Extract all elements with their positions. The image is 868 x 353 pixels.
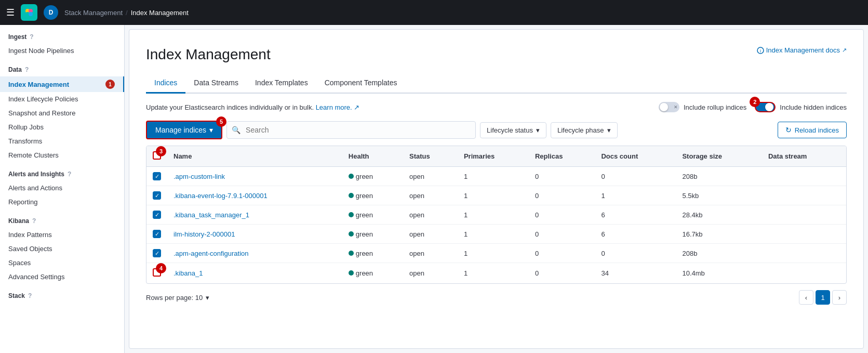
index-name-link[interactable]: .kibana-event-log-7.9.1-000001 [173, 192, 268, 200]
sidebar-item-spaces[interactable]: Spaces [0, 256, 124, 270]
page-nav: ‹ 1 › [799, 290, 847, 305]
ingest-help-icon[interactable]: ? [30, 33, 33, 41]
external-link-icon: ↗ [842, 47, 847, 54]
sidebar-section-alerts: Alerts and Insights ? Alerts and Actions… [0, 171, 124, 209]
th-name: Name [167, 146, 342, 167]
index-name-link[interactable]: .apm-custom-link [173, 173, 225, 180]
hamburger-icon[interactable]: ☰ [6, 7, 15, 18]
td-status: open [403, 186, 458, 205]
th-primaries: Primaries [458, 146, 529, 167]
td-replicas: 0 [529, 205, 595, 225]
sidebar-item-alerts-actions[interactable]: Alerts and Actions [0, 181, 124, 195]
row-checkbox[interactable] [153, 191, 161, 200]
td-data-stream [762, 167, 846, 186]
sidebar-section-data: Data ? Index Management 1 Index Lifecycl… [0, 66, 124, 162]
row-checkbox[interactable] [153, 249, 161, 257]
sidebar-section-kibana: Kibana ? Index Patterns Saved Objects Sp… [0, 217, 124, 284]
toggle-rollup-label: Include rollup indices [684, 103, 746, 111]
toggle-hidden-label: Include hidden indices [780, 103, 847, 111]
tab-indices[interactable]: Indices [146, 73, 185, 94]
indices-table-element: 3 Name Health Status Primaries Replicas … [146, 146, 846, 283]
row-checkbox[interactable] [153, 211, 161, 219]
tab-component-templates[interactable]: Component Templates [316, 73, 406, 94]
th-checkbox: 3 [146, 146, 167, 167]
sidebar-item-transforms[interactable]: Transforms [0, 134, 124, 148]
learn-more-link[interactable]: Learn more. ↗ [316, 103, 360, 111]
kibana-help-icon[interactable]: ? [32, 217, 36, 225]
search-input[interactable] [226, 121, 476, 139]
td-health: green [342, 263, 403, 284]
index-name-link[interactable]: .apm-agent-configuration [173, 250, 249, 257]
row-checkbox[interactable] [153, 172, 161, 180]
annotation-badge-3: 3 [156, 146, 166, 156]
docs-link[interactable]: i Index Management docs ↗ [757, 46, 847, 54]
breadcrumb-separator: / [126, 9, 128, 17]
td-storage-size: 16.7kb [676, 225, 762, 244]
search-box: 🔍 [226, 121, 476, 139]
health-dot [349, 212, 354, 217]
sidebar-item-remote-clusters[interactable]: Remote Clusters [0, 148, 124, 162]
td-name: .kibana-event-log-7.9.1-000001 [167, 186, 342, 205]
td-replicas: 0 [529, 244, 595, 263]
index-name-link[interactable]: .kibana_1 [173, 269, 203, 277]
tabs: Indices Data Streams Index Templates Com… [146, 73, 847, 94]
main-content: Index Management i Index Management docs… [129, 29, 864, 349]
manage-btn-wrap: 5 Manage indices ▾ [146, 121, 222, 139]
toggle-rollup-group: Include rollup indices [659, 102, 746, 112]
page-1-button[interactable]: 1 [816, 290, 830, 305]
th-health: Health [342, 146, 403, 167]
rows-per-page[interactable]: Rows per page: 10 ▾ [146, 294, 209, 302]
toolbar: 5 Manage indices ▾ 🔍 Lifecycle status ▾ … [146, 121, 847, 139]
alerts-help-icon[interactable]: ? [68, 171, 71, 178]
tab-data-streams[interactable]: Data Streams [185, 73, 247, 94]
sidebar-section-title-alerts: Alerts and Insights ? [0, 171, 124, 181]
manage-indices-button[interactable]: Manage indices ▾ [146, 121, 222, 139]
index-name-link[interactable]: ilm-history-2-000001 [173, 230, 235, 238]
td-name: ilm-history-2-000001 [167, 225, 342, 244]
sidebar-item-reporting[interactable]: Reporting [0, 195, 124, 209]
td-check [146, 244, 167, 263]
top-nav: ☰ D Stack Management / Index Management [0, 0, 868, 25]
sidebar-item-rollup-jobs[interactable]: Rollup Jobs [0, 120, 124, 134]
td-data-stream [762, 186, 846, 205]
td-name: .kibana_1 [167, 263, 342, 284]
prev-page-button[interactable]: ‹ [799, 290, 813, 305]
search-icon: 🔍 [232, 126, 241, 134]
td-health: green [342, 225, 403, 244]
annotation-badge-4: 4 [156, 263, 166, 273]
toggles: Include rollup indices 2 Include hidden … [659, 102, 847, 112]
lifecycle-phase-filter[interactable]: Lifecycle phase ▾ [551, 122, 618, 138]
breadcrumb-parent[interactable]: Stack Management [64, 9, 123, 17]
sidebar-item-saved-objects[interactable]: Saved Objects [0, 242, 124, 256]
stack-help-icon[interactable]: ? [28, 292, 32, 299]
index-name-link[interactable]: .kibana_task_manager_1 [173, 211, 249, 219]
td-replicas: 0 [529, 263, 595, 284]
user-badge[interactable]: D [44, 5, 58, 20]
lifecycle-status-filter[interactable]: Lifecycle status ▾ [480, 122, 546, 138]
sidebar-section-title-stack: Stack ? [0, 292, 124, 303]
toggle-rollup[interactable] [659, 102, 679, 112]
next-page-button[interactable]: › [832, 290, 847, 305]
td-name: .apm-custom-link [167, 167, 342, 186]
page-header: Index Management i Index Management docs… [146, 46, 847, 63]
td-primaries: 1 [458, 186, 529, 205]
row-checkbox[interactable] [153, 230, 161, 238]
td-docs-count: 6 [595, 225, 676, 244]
td-docs-count: 6 [595, 205, 676, 225]
sidebar-item-snapshot-restore[interactable]: Snapshot and Restore [0, 106, 124, 120]
annotation-badge-5: 5 [216, 116, 226, 127]
sidebar-item-index-lifecycle[interactable]: Index Lifecycle Policies [0, 92, 124, 106]
td-docs-count: 0 [595, 167, 676, 186]
td-check: 4 [146, 263, 167, 284]
sidebar-item-index-patterns[interactable]: Index Patterns [0, 228, 124, 242]
sidebar-item-ingest-node-pipelines[interactable]: Ingest Node Pipelines [0, 44, 124, 58]
td-storage-size: 208b [676, 244, 762, 263]
sidebar-item-advanced-settings[interactable]: Advanced Settings [0, 270, 124, 284]
reload-indices-button[interactable]: ↻ Reload indices [778, 122, 847, 138]
lifecycle-status-chevron: ▾ [536, 126, 540, 134]
td-status: open [403, 205, 458, 225]
tab-index-templates[interactable]: Index Templates [247, 73, 316, 94]
td-status: open [403, 225, 458, 244]
data-help-icon[interactable]: ? [25, 66, 29, 73]
sidebar-item-index-management[interactable]: Index Management 1 [0, 76, 124, 92]
